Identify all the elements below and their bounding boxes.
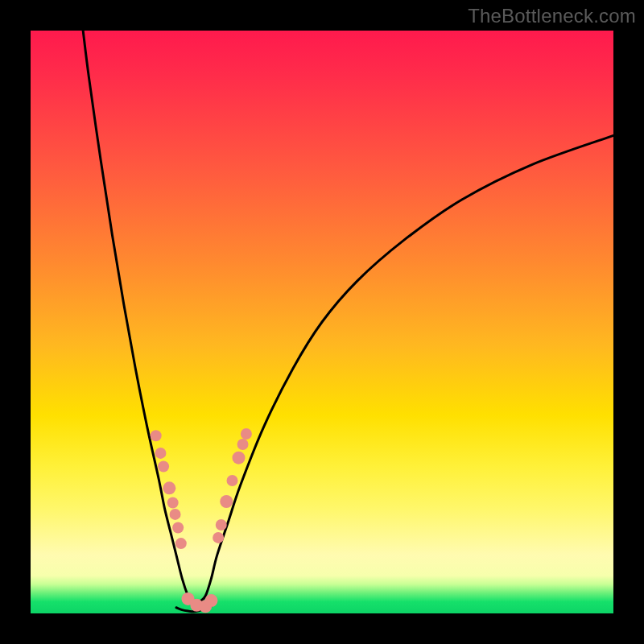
- data-marker: [220, 495, 233, 508]
- data-marker: [204, 594, 217, 607]
- data-marker: [170, 509, 181, 520]
- marker-layer: [151, 428, 252, 613]
- curve-layer: [83, 31, 613, 612]
- chart-container: TheBottleneck.com: [0, 0, 644, 644]
- data-marker: [227, 475, 238, 486]
- watermark-text: TheBottleneck.com: [468, 5, 636, 27]
- chart-svg: [31, 31, 613, 613]
- data-marker: [158, 461, 169, 473]
- data-marker: [216, 519, 227, 530]
- data-marker: [155, 448, 166, 459]
- data-marker: [213, 532, 224, 543]
- data-marker: [167, 497, 179, 508]
- series-right-curve: [194, 135, 613, 607]
- series-left-curve: [83, 31, 194, 608]
- data-marker: [241, 428, 252, 440]
- data-marker: [163, 481, 175, 494]
- data-marker: [237, 439, 249, 450]
- data-marker: [175, 538, 187, 549]
- data-marker: [172, 522, 184, 534]
- data-marker: [232, 452, 245, 464]
- data-marker: [151, 430, 162, 441]
- plot-area: [31, 31, 613, 613]
